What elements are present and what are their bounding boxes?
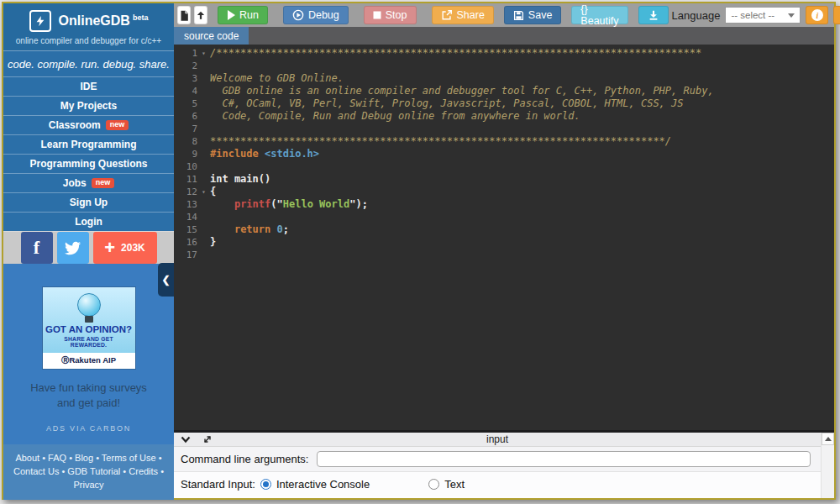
fold-gutter: [197, 135, 210, 148]
code-line: 6 Code, Compile, Run and Debug online fr…: [174, 110, 834, 123]
code-text: Welcome to GDB Online.: [210, 72, 344, 85]
fold-gutter: [197, 148, 210, 160]
facebook-button[interactable]: f: [21, 232, 53, 264]
code-line: 17: [174, 249, 834, 261]
scroll-up-button[interactable]: [822, 433, 834, 445]
ad-subheadline: SHARE AND GET REWARDED.: [45, 336, 133, 348]
language-select[interactable]: -- select --: [725, 7, 801, 24]
ad-banner[interactable]: GOT AN OPINION? SHARE AND GET REWARDED. …: [43, 287, 135, 369]
ads-via-carbon[interactable]: ADS VIA CARBON: [3, 424, 174, 433]
menu-label: Jobs: [63, 177, 87, 189]
code-line: 8***************************************…: [174, 135, 834, 148]
save-button[interactable]: Save: [504, 6, 562, 24]
code-text: {: [210, 186, 216, 198]
line-number: 16: [174, 236, 197, 249]
settings-button[interactable]: ⚙: [833, 6, 840, 24]
stop-label: Stop: [386, 9, 407, 21]
run-button[interactable]: Run: [218, 6, 268, 24]
radio-interactive-console-label: Interactive Console: [276, 478, 370, 491]
sidebar-collapse-button[interactable]: ❮: [158, 263, 174, 297]
radio-interactive-console[interactable]: [260, 479, 271, 490]
share-icon: [441, 9, 453, 21]
code-line: 7: [174, 123, 834, 135]
main-area: Run Debug Stop Share Save {} Beautify: [174, 3, 834, 498]
info-button[interactable]: i: [806, 6, 828, 24]
facebook-icon: f: [34, 237, 39, 259]
code-line: 1▾/*************************************…: [174, 47, 834, 60]
code-line: 12▾{: [174, 186, 834, 198]
sidebar-item-programming-questions[interactable]: Programming Questions: [3, 154, 174, 173]
chevron-down-icon: [788, 13, 795, 18]
sidebar-item-sign-up[interactable]: Sign Up: [3, 192, 174, 212]
standard-input-label: Standard Input:: [181, 478, 255, 491]
fold-gutter: [197, 97, 210, 110]
panel-scrollbar[interactable]: [821, 433, 834, 498]
chevron-left-icon: ❮: [161, 274, 170, 286]
sidebar-item-jobs[interactable]: Jobsnew: [3, 173, 174, 192]
sidebar-item-classroom[interactable]: Classroomnew: [3, 115, 174, 134]
sidebar-item-login[interactable]: Login: [3, 212, 174, 231]
code-text: }: [210, 236, 216, 249]
rakuten-mark-icon: Ⓡ: [61, 355, 70, 365]
sidebar-menu: IDE My Projects Classroomnew Learn Progr…: [3, 76, 174, 231]
ad-caption-line1: Have fun taking surveys: [3, 381, 174, 396]
ad-panel: GOT AN OPINION? SHARE AND GET REWARDED. …: [3, 264, 174, 444]
footer-links-line3[interactable]: Privacy: [8, 478, 169, 491]
save-icon: [513, 10, 524, 21]
expand-panel-button[interactable]: [202, 434, 213, 444]
code-text: ****************************************…: [210, 135, 671, 148]
code-line: 13 printf("Hello World");: [174, 198, 834, 211]
chevron-down-icon: [181, 436, 191, 444]
download-button[interactable]: [638, 6, 669, 24]
line-number: 4: [174, 85, 197, 97]
twitter-button[interactable]: [57, 232, 89, 264]
share-label: Share: [457, 9, 485, 21]
fold-marker-icon[interactable]: ▾: [197, 47, 210, 60]
stop-button[interactable]: Stop: [364, 6, 417, 24]
code-text: GDB online is an online compiler and deb…: [210, 85, 714, 97]
line-number: 12: [174, 186, 197, 198]
menu-label: Login: [75, 216, 102, 228]
command-line-arguments-input[interactable]: [317, 451, 811, 467]
ad-brand-name: Rakuten AIP: [69, 355, 116, 365]
code-editor[interactable]: 1▾/*************************************…: [174, 45, 834, 430]
line-number: 11: [174, 173, 197, 186]
beautify-button[interactable]: {} Beautify: [571, 6, 627, 24]
ad-caption: Have fun taking surveys and get paid!: [3, 381, 174, 411]
code-line: 3Welcome to GDB Online.: [174, 72, 834, 85]
fold-gutter: [197, 173, 210, 186]
line-number: 5: [174, 97, 197, 110]
tab-source-code[interactable]: source code: [174, 27, 249, 45]
tab-label: source code: [184, 30, 239, 42]
sidebar-item-ide[interactable]: IDE: [3, 76, 174, 96]
footer-links-line1[interactable]: About • FAQ • Blog • Terms of Use •: [8, 451, 169, 465]
sidebar-footer: About • FAQ • Blog • Terms of Use • Cont…: [3, 444, 174, 500]
footer-links-line2[interactable]: Contact Us • GDB Tutorial • Credits •: [8, 465, 169, 478]
beta-label: beta: [133, 13, 149, 22]
collapse-panel-button[interactable]: [181, 436, 191, 444]
fold-gutter: [197, 123, 210, 135]
panel-title: input: [174, 433, 821, 445]
fold-marker-icon[interactable]: ▾: [197, 186, 210, 198]
code-line: 16}: [174, 236, 834, 249]
share-button[interactable]: Share: [432, 6, 494, 24]
new-file-button[interactable]: [177, 6, 191, 24]
debug-button[interactable]: Debug: [283, 6, 349, 24]
run-label: Run: [239, 9, 259, 21]
code-text: #include <stdio.h>: [210, 148, 319, 160]
sidebar-item-my-projects[interactable]: My Projects: [3, 96, 174, 115]
ad-image: GOT AN OPINION? SHARE AND GET REWARDED.: [43, 287, 135, 353]
social-strip: f + 203K: [3, 231, 174, 264]
fold-gutter: [197, 72, 210, 85]
input-panel: input Command line arguments: Standard I…: [174, 430, 834, 498]
fold-gutter: [197, 60, 210, 72]
arrow-up-icon: [825, 437, 832, 441]
addthis-share-button[interactable]: + 203K: [93, 232, 157, 264]
radio-text[interactable]: [428, 479, 439, 490]
fold-gutter: [197, 236, 210, 249]
sidebar-item-learn-programming[interactable]: Learn Programming: [3, 134, 174, 154]
toolbar: Run Debug Stop Share Save {} Beautify: [174, 3, 834, 27]
upload-button[interactable]: [194, 6, 207, 24]
ad-caption-line2: and get paid!: [3, 396, 174, 411]
line-number: 3: [174, 72, 197, 85]
